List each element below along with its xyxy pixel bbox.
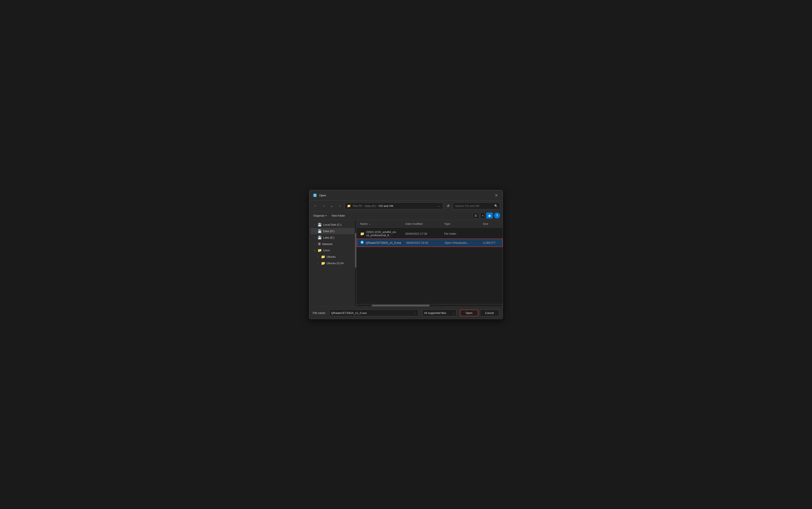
search-input[interactable] xyxy=(455,204,493,208)
column-type[interactable]: Type xyxy=(443,221,481,227)
ova-file-icon: VM xyxy=(360,240,364,245)
breadcrumb-dropdown[interactable]: ⌄ xyxy=(436,204,441,207)
sort-asc-icon: ∧ xyxy=(369,223,371,225)
folder-icon: 📁 xyxy=(321,255,325,259)
breadcrumb[interactable]: 📁 This PC › Data (D:) › OS and VM ⌄ xyxy=(345,202,443,209)
scrollbar-track xyxy=(357,305,502,306)
forward-button[interactable]: → xyxy=(320,202,327,209)
toolbar-right: ☰ ▾ ▣ ? xyxy=(472,212,500,218)
title-bar: Open ✕ xyxy=(309,190,503,201)
horizontal-scrollbar[interactable] xyxy=(357,304,503,307)
sidebar-item-ubuntu[interactable]: › 📁 Ubuntu xyxy=(310,253,356,260)
file-name-cell: VM QRadarCE733GA_v1_0.ova xyxy=(357,239,404,247)
filetype-chevron-icon: ⌄ xyxy=(453,311,455,314)
up-button[interactable]: ↑ xyxy=(337,202,343,209)
sidebar-scrollbar[interactable] xyxy=(355,220,356,307)
panel-icon: ▣ xyxy=(488,214,491,217)
main-content: › 💾 Local Disk (C:) › 💾 Data (D:) › 💾 La… xyxy=(309,220,503,307)
sidebar-item-label: Labs (E:) xyxy=(323,236,354,239)
folder-icon: 📁 xyxy=(347,204,351,208)
file-scroll-area: 📁 22621.2215_amd64_en-us_professional_6.… xyxy=(357,228,503,307)
panel-view-button[interactable]: ▣ xyxy=(486,212,493,218)
sidebar-item-data-d[interactable]: › 💾 Data (D:) xyxy=(310,228,356,234)
sidebar-item-linux[interactable]: ∨ 📁 Linux xyxy=(310,247,356,253)
cancel-button[interactable]: Cancel xyxy=(480,310,499,316)
sidebar-item-label: Ubuntu xyxy=(326,255,354,259)
network-icon: 🖥 xyxy=(318,242,321,246)
app-icon xyxy=(313,193,317,198)
file-size-cell: 4.289.077 xyxy=(481,239,503,246)
expand-icon: ∨ xyxy=(313,249,316,252)
folder-icon: 📁 xyxy=(318,248,322,252)
file-list: 📁 22621.2215_amd64_en-us_professional_6.… xyxy=(357,228,503,304)
sidebar-item-label: Network xyxy=(322,242,354,246)
column-date[interactable]: Date modified xyxy=(403,221,443,227)
expand-icon: › xyxy=(313,223,316,227)
drive-icon: 💾 xyxy=(318,223,322,227)
filename-dropdown-button[interactable]: ⌄ xyxy=(413,311,417,314)
expand-icon: › xyxy=(313,242,316,246)
expand-icon: › xyxy=(316,255,320,259)
list-view-icon: ☰ xyxy=(474,214,477,217)
file-area: Name ∧ Date modified Type Size xyxy=(357,220,503,307)
sidebar-item-label: Linux xyxy=(323,249,354,252)
view-list-button[interactable]: ☰ xyxy=(472,212,479,218)
scrollbar-thumb xyxy=(372,305,430,306)
dialog-title: Open xyxy=(319,194,493,197)
folder-icon: 📁 xyxy=(360,232,364,236)
dropdown-nav-button[interactable]: ⌄ xyxy=(328,202,335,209)
action-buttons: Open Cancel xyxy=(460,310,499,316)
breadcrumb-part-1: This PC xyxy=(352,204,362,208)
file-date-cell: 09/09/2023 18:39 xyxy=(404,239,443,246)
filetype-select[interactable]: All supported files ⌄ xyxy=(422,309,457,316)
expand-icon: › xyxy=(316,262,320,265)
back-button[interactable]: ← xyxy=(312,202,319,209)
breadcrumb-sep-2: › xyxy=(377,205,378,207)
close-button[interactable]: ✕ xyxy=(493,192,499,198)
drive-icon: 💾 xyxy=(318,229,322,233)
sidebar-scrollbar-thumb xyxy=(355,233,356,268)
table-row[interactable]: 📁 22621.2215_amd64_en-us_professional_6.… xyxy=(357,229,503,239)
drive-icon: 💾 xyxy=(318,236,322,240)
open-button[interactable]: Open xyxy=(460,310,478,316)
sidebar-item-label: Local Disk (C:) xyxy=(323,223,354,226)
organize-button[interactable]: Organize ▾ xyxy=(312,213,328,218)
expand-icon: › xyxy=(313,236,316,239)
search-box: 🔍 xyxy=(453,202,500,209)
chevron-down-icon: ▾ xyxy=(482,214,483,217)
sidebar: › 💾 Local Disk (C:) › 💾 Data (D:) › 💾 La… xyxy=(309,220,357,307)
new-folder-button[interactable]: New folder xyxy=(330,213,346,218)
refresh-button[interactable]: ↺ xyxy=(445,202,451,209)
filename-label: File name: xyxy=(313,311,326,314)
toolbar: Organize ▾ New folder ☰ ▾ ▣ ? xyxy=(309,211,503,220)
filename-input[interactable] xyxy=(331,311,413,314)
breadcrumb-part-2: Data (D:) xyxy=(365,204,376,208)
file-list-header: Name ∧ Date modified Type Size xyxy=(357,220,503,228)
search-icon: 🔍 xyxy=(494,204,498,208)
sidebar-item-label: Data (D:) xyxy=(323,230,354,233)
svg-text:VM: VM xyxy=(361,242,363,243)
filename-input-wrap: ⌄ xyxy=(329,309,419,316)
sidebar-item-labs-e[interactable]: › 💾 Labs (E:) xyxy=(310,235,356,241)
breadcrumb-part-3: OS and VM xyxy=(379,204,393,208)
view-dropdown-button[interactable]: ▾ xyxy=(480,212,485,218)
open-file-dialog: Open ✕ ← → ⌄ ↑ 📁 This PC › Data (D:) › O… xyxy=(309,190,503,319)
svg-rect-2 xyxy=(314,195,316,196)
file-type-cell: File folder xyxy=(443,230,481,237)
table-row[interactable]: VM QRadarCE733GA_v1_0.ova 09/09/2023 18:… xyxy=(357,239,503,247)
column-name[interactable]: Name ∧ xyxy=(357,221,403,227)
expand-icon: › xyxy=(313,230,316,233)
sidebar-item-local-disk-c[interactable]: › 💾 Local Disk (C:) xyxy=(310,222,356,228)
file-name-cell: 📁 22621.2215_amd64_en-us_professional_6.… xyxy=(357,229,403,239)
column-size[interactable]: Size xyxy=(481,221,503,227)
sidebar-item-label: Ubuntu-22.04 xyxy=(326,262,354,265)
file-date-cell: 09/09/2023 17:38 xyxy=(403,230,443,237)
nav-bar: ← → ⌄ ↑ 📁 This PC › Data (D:) › OS and V… xyxy=(309,201,503,211)
breadcrumb-sep-1: › xyxy=(363,205,364,207)
help-button[interactable]: ? xyxy=(494,212,500,218)
bottom-bar: File name: ⌄ All supported files ⌄ Open … xyxy=(309,307,503,319)
folder-icon: 📁 xyxy=(321,261,325,265)
sidebar-item-ubuntu-22[interactable]: › 📁 Ubuntu-22.04 xyxy=(310,260,356,266)
sidebar-item-network[interactable]: › 🖥 Network xyxy=(310,241,356,247)
file-type-cell: Open Virtualizatio... xyxy=(443,239,481,246)
